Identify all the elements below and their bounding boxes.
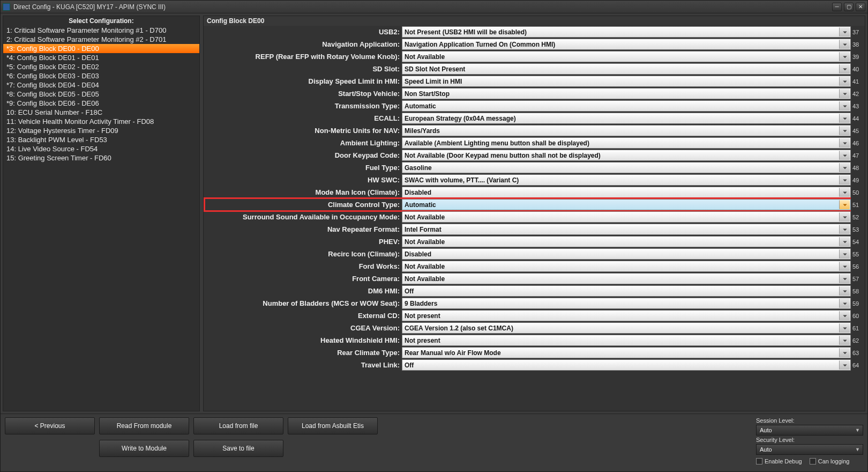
sidebar-item[interactable]: 13: Backlight PWM Level - FD53	[3, 135, 199, 144]
config-dropdown[interactable]: SWAC with volume, PTT.... (Variant C)	[402, 174, 851, 186]
chevron-down-icon[interactable]	[839, 40, 850, 49]
load-etis-button[interactable]: Load from Asbuilt Etis	[288, 417, 378, 434]
enable-debug-check[interactable]: Enable Debug	[756, 458, 802, 464]
config-scroll[interactable]: USB2:Not Present (USB2 HMI will be disab…	[204, 26, 865, 411]
sidebar-item[interactable]: *5: Config Block DE02 - DE02	[3, 62, 199, 71]
config-label: SD Slot:	[204, 65, 402, 73]
chevron-down-icon[interactable]	[839, 27, 850, 36]
sidebar: Select Configuration: 1: Critical Softwa…	[3, 16, 200, 411]
config-dropdown[interactable]: Not Available (Door Keypad menu button s…	[402, 150, 851, 161]
sidebar-item[interactable]: *6: Config Block DE03 - DE03	[3, 71, 199, 80]
sidebar-item[interactable]: *3: Config Block DE00 - DE00	[3, 44, 199, 53]
config-dropdown[interactable]: Rear Manual w/o Air Flow Mode	[402, 347, 851, 358]
config-dropdown[interactable]: Not present	[402, 310, 851, 321]
chevron-down-icon[interactable]	[839, 237, 850, 246]
config-dropdown[interactable]: CGEA Version 1.2 (also set C1MCA)	[402, 322, 851, 334]
chevron-down-icon[interactable]	[839, 212, 850, 222]
config-dropdown[interactable]: Not Present (USB2 HMI will be disabled)	[402, 26, 851, 38]
sidebar-item[interactable]: 11: Vehicle Health Monitor Activity Time…	[3, 117, 199, 126]
chevron-down-icon[interactable]	[839, 336, 850, 345]
chevron-down-icon[interactable]	[839, 175, 850, 185]
sidebar-item[interactable]: *9: Config Block DE06 - DE06	[3, 99, 199, 108]
sidebar-item[interactable]: 1: Critical Software Parameter Monitorin…	[3, 26, 199, 35]
config-dropdown[interactable]: SD Slot Not Present	[402, 63, 851, 75]
config-dropdown[interactable]: Off	[402, 359, 851, 371]
can-logging-check[interactable]: Can logging	[810, 458, 850, 464]
config-dropdown[interactable]: Not Available	[402, 236, 851, 247]
config-index: 57	[851, 276, 864, 282]
chevron-down-icon[interactable]	[839, 126, 850, 135]
config-label: Travel Link:	[204, 361, 402, 369]
config-row: CGEA Version:CGEA Version 1.2 (also set …	[204, 322, 864, 334]
chevron-down-icon[interactable]	[839, 323, 850, 333]
chevron-down-icon[interactable]	[839, 225, 850, 234]
config-value-wrap: European Strategy (0x04A message)	[402, 113, 851, 124]
chevron-down-icon[interactable]	[839, 89, 850, 98]
config-value-text: Not present	[405, 312, 440, 320]
chevron-down-icon[interactable]	[839, 262, 850, 271]
close-button[interactable]: ✕	[856, 3, 865, 11]
chevron-down-icon[interactable]	[839, 64, 850, 73]
sidebar-item[interactable]: *7: Config Block DE04 - DE04	[3, 80, 199, 90]
chevron-down-icon[interactable]	[839, 77, 850, 86]
chevron-down-icon[interactable]	[839, 101, 850, 110]
chevron-down-icon[interactable]	[839, 360, 850, 370]
config-dropdown[interactable]: Intel Format	[402, 224, 851, 235]
config-dropdown[interactable]: 9 Bladders	[402, 298, 851, 309]
sidebar-item[interactable]: 12: Voltage Hysteresis Timer - FD09	[3, 126, 199, 135]
session-level-combo[interactable]: Auto	[756, 425, 863, 436]
chevron-down-icon[interactable]	[839, 138, 850, 148]
chevron-down-icon[interactable]	[839, 286, 850, 296]
minimize-button[interactable]: ─	[832, 3, 842, 11]
config-dropdown[interactable]: Not present	[402, 335, 851, 346]
config-dropdown[interactable]: Non Start/Stop	[402, 88, 851, 99]
sidebar-item[interactable]: *4: Config Block DE01 - DE01	[3, 53, 199, 62]
chevron-down-icon[interactable]	[839, 348, 850, 357]
sidebar-item[interactable]: 14: Live Video Source - FD54	[3, 144, 199, 153]
config-dropdown[interactable]: Navigation Application Turned On (Common…	[402, 39, 851, 50]
sidebar-item[interactable]: 15: Greeting Screen Timer - FD60	[3, 153, 199, 163]
chevron-down-icon[interactable]	[839, 151, 850, 160]
config-dropdown[interactable]: Disabled	[402, 187, 851, 198]
security-level-combo[interactable]: Auto	[756, 444, 863, 455]
chevron-down-icon[interactable]	[839, 311, 850, 320]
checkbox-icon	[810, 458, 816, 464]
config-dropdown[interactable]: Disabled	[402, 248, 851, 260]
config-row: Front Camera:Not Available57	[204, 272, 864, 285]
chevron-down-icon[interactable]	[839, 163, 850, 172]
config-label: Recirc Icon (Climate):	[204, 250, 402, 258]
config-label: Nav Repeater Format:	[204, 225, 402, 233]
config-value-text: Automatic	[405, 201, 436, 209]
config-dropdown[interactable]: European Strategy (0x04A message)	[402, 113, 851, 124]
sidebar-list[interactable]: 1: Critical Software Parameter Monitorin…	[3, 26, 199, 411]
save-file-button[interactable]: Save to file	[193, 440, 283, 457]
sidebar-item[interactable]: *8: Config Block DE05 - DE05	[3, 90, 199, 99]
read-module-button[interactable]: Read From module	[99, 417, 189, 434]
config-dropdown[interactable]: Available (Ambient Lighting menu button …	[402, 137, 851, 149]
chevron-down-icon[interactable]	[839, 274, 850, 283]
config-dropdown[interactable]: Speed Limit in HMI	[402, 76, 851, 87]
config-dropdown[interactable]: Not Available	[402, 273, 851, 284]
chevron-down-icon[interactable]	[839, 249, 850, 259]
sidebar-item[interactable]: 10: ECU Serial Number - F18C	[3, 108, 199, 117]
sidebar-item[interactable]: 2: Critical Software Parameter Monitorin…	[3, 35, 199, 44]
config-dropdown[interactable]: Not Available	[402, 261, 851, 272]
config-row: USB2:Not Present (USB2 HMI will be disab…	[204, 26, 864, 38]
config-dropdown[interactable]: Off	[402, 285, 851, 297]
config-dropdown[interactable]: Gasoline	[402, 162, 851, 173]
chevron-down-icon[interactable]	[839, 299, 850, 308]
load-file-button[interactable]: Load from file	[193, 417, 283, 434]
config-dropdown[interactable]: Automatic	[402, 100, 851, 112]
config-dropdown[interactable]: Not Available	[402, 211, 851, 223]
chevron-down-icon[interactable]	[839, 52, 850, 61]
config-dropdown[interactable]: Miles/Yards	[402, 125, 851, 136]
config-dropdown[interactable]: Not Available	[402, 51, 851, 62]
chevron-down-icon[interactable]	[839, 200, 850, 209]
maximize-button[interactable]: ▢	[844, 3, 854, 11]
write-module-button[interactable]: Write to Module	[99, 440, 189, 457]
config-dropdown[interactable]: Automatic	[402, 199, 851, 210]
chevron-down-icon[interactable]	[839, 114, 850, 123]
config-value-wrap: 9 Bladders	[402, 298, 851, 309]
chevron-down-icon[interactable]	[839, 188, 850, 197]
previous-button[interactable]: < Previous	[5, 417, 95, 434]
